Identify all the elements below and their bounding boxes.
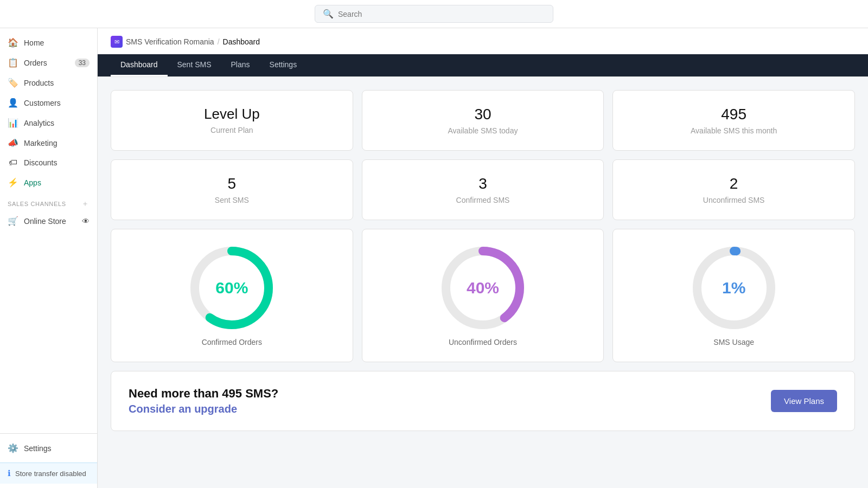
topbar: 🔍 <box>0 0 868 28</box>
main-content: ✉ SMS Verification Romania / Dashboard D… <box>98 28 868 488</box>
tab-settings[interactable]: Settings <box>260 54 307 76</box>
donut-wrap-sms-usage: 1% <box>691 245 777 331</box>
sidebar: 🏠 Home 📋 Orders 33 🏷️ Products 👤 Custome… <box>0 28 98 488</box>
sales-channels-section: SALES CHANNELS ＋ <box>0 192 97 211</box>
breadcrumb-current: Dashboard <box>223 37 260 46</box>
store-transfer-label: Store transfer disabled <box>15 470 86 478</box>
stat-card-sms-today: 30 Available SMS today <box>362 90 604 151</box>
upgrade-title: Need more than 495 SMS? <box>129 387 278 401</box>
settings-label: Settings <box>24 444 52 453</box>
orders-icon: 📋 <box>8 57 18 68</box>
app-tabs: DashboardSent SMSPlansSettings <box>98 54 868 76</box>
sidebar-label-marketing: Marketing <box>24 139 57 147</box>
breadcrumb-sep: / <box>218 37 220 46</box>
breadcrumb: ✉ SMS Verification Romania / Dashboard <box>111 36 855 48</box>
upgrade-banner: Need more than 495 SMS? Consider an upgr… <box>111 371 855 431</box>
chart-card-confirmed-orders: 60% Confirmed Orders <box>111 229 353 362</box>
chart-card-sms-usage: 1% SMS Usage <box>612 229 855 362</box>
donut-percent-sms-usage: 1% <box>722 279 745 297</box>
stat-label-plan: Current Plan <box>122 126 342 134</box>
apps-icon: ⚡ <box>8 177 18 188</box>
online-store-eye-icon[interactable]: 👁 <box>82 217 90 226</box>
sidebar-item-marketing[interactable]: 📣 Marketing <box>0 133 97 153</box>
online-store-label: Online Store <box>24 217 66 226</box>
stats-grid-top: Level Up Current Plan 30 Available SMS t… <box>111 90 855 151</box>
tab-plans[interactable]: Plans <box>221 54 260 76</box>
analytics-icon: 📊 <box>8 118 18 128</box>
donut-center-sms-usage: 1% <box>722 279 745 297</box>
donut-center-confirmed-orders: 60% <box>215 279 248 297</box>
sidebar-item-home[interactable]: 🏠 Home <box>0 33 97 53</box>
search-bar[interactable]: 🔍 <box>315 5 553 23</box>
charts-grid: 60% Confirmed Orders 40% Unconfirmed Ord… <box>111 229 855 362</box>
stats-grid-bottom: 5 Sent SMS 3 Confirmed SMS 2 Unconfirmed… <box>111 159 855 220</box>
search-input[interactable] <box>338 10 545 18</box>
stat-value-sent: 5 <box>122 175 342 192</box>
sidebar-label-home: Home <box>24 38 44 47</box>
info-icon: ℹ <box>8 468 11 478</box>
upgrade-subtitle: Consider an upgrade <box>129 403 278 415</box>
sidebar-label-customers: Customers <box>24 99 61 107</box>
store-transfer-bar: ℹ Store transfer disabled <box>0 463 97 484</box>
chart-card-unconfirmed-orders: 40% Unconfirmed Orders <box>362 229 604 362</box>
stat-value-unconfirmed: 2 <box>624 175 844 192</box>
stat-value-confirmed: 3 <box>373 175 593 192</box>
stat-label-unconfirmed: Unconfirmed SMS <box>624 196 844 204</box>
sidebar-item-orders[interactable]: 📋 Orders 33 <box>0 53 97 73</box>
products-icon: 🏷️ <box>8 78 18 88</box>
sales-channels-label: SALES CHANNELS <box>8 201 66 207</box>
online-store-icon: 🛒 <box>8 216 18 226</box>
sidebar-label-apps: Apps <box>24 178 41 187</box>
sidebar-item-products[interactable]: 🏷️ Products <box>0 73 97 93</box>
stat-card-plan: Level Up Current Plan <box>111 90 353 151</box>
sidebar-label-products: Products <box>24 79 54 87</box>
sidebar-label-discounts: Discounts <box>24 158 57 167</box>
settings-icon: ⚙️ <box>8 443 18 453</box>
customers-icon: 👤 <box>8 98 18 108</box>
stat-label-confirmed: Confirmed SMS <box>373 196 593 204</box>
sidebar-item-analytics[interactable]: 📊 Analytics <box>0 113 97 133</box>
stat-card-confirmed: 3 Confirmed SMS <box>362 159 604 220</box>
app-icon: ✉ <box>111 36 123 48</box>
stat-value-sms-month: 495 <box>624 106 844 123</box>
donut-wrap-unconfirmed-orders: 40% <box>439 245 526 331</box>
donut-center-unconfirmed-orders: 40% <box>467 279 499 297</box>
stat-label-sent: Sent SMS <box>122 196 342 204</box>
stat-card-sent: 5 Sent SMS <box>111 159 353 220</box>
donut-wrap-confirmed-orders: 60% <box>188 245 275 331</box>
upgrade-text: Need more than 495 SMS? Consider an upgr… <box>129 387 278 415</box>
home-icon: 🏠 <box>8 37 18 48</box>
badge-orders: 33 <box>75 59 90 67</box>
sidebar-item-apps[interactable]: ⚡ Apps <box>0 172 97 192</box>
stat-label-sms-today: Available SMS today <box>373 126 593 135</box>
stat-card-unconfirmed: 2 Unconfirmed SMS <box>612 159 855 220</box>
sidebar-label-orders: Orders <box>24 59 47 67</box>
tab-dashboard[interactable]: Dashboard <box>111 54 168 76</box>
stat-card-sms-month: 495 Available SMS this month <box>612 90 855 151</box>
dashboard-content: Level Up Current Plan 30 Available SMS t… <box>98 77 868 488</box>
discounts-icon: 🏷 <box>8 158 18 168</box>
breadcrumb-app-name: SMS Verification Romania <box>126 37 214 46</box>
search-icon: 🔍 <box>323 9 334 19</box>
donut-label-unconfirmed-orders: Unconfirmed Orders <box>449 338 517 346</box>
sidebar-label-analytics: Analytics <box>24 119 54 127</box>
donut-label-confirmed-orders: Confirmed Orders <box>202 338 262 346</box>
stat-value-sms-today: 30 <box>373 106 593 123</box>
donut-percent-confirmed-orders: 60% <box>215 279 248 297</box>
sidebar-item-customers[interactable]: 👤 Customers <box>0 93 97 113</box>
marketing-icon: 📣 <box>8 138 18 148</box>
app-header: ✉ SMS Verification Romania / Dashboard D… <box>98 28 868 77</box>
stat-value-plan: Level Up <box>122 106 342 123</box>
tab-sent-sms[interactable]: Sent SMS <box>168 54 221 76</box>
sidebar-item-discounts[interactable]: 🏷 Discounts <box>0 153 97 172</box>
donut-percent-unconfirmed-orders: 40% <box>467 279 499 297</box>
donut-label-sms-usage: SMS Usage <box>713 338 754 346</box>
stat-label-sms-month: Available SMS this month <box>624 126 844 135</box>
add-sales-channel-icon[interactable]: ＋ <box>81 199 90 209</box>
view-plans-button[interactable]: View Plans <box>771 390 837 412</box>
sidebar-item-online-store[interactable]: 🛒 Online Store 👁 <box>0 211 97 231</box>
sidebar-item-settings[interactable]: ⚙️ Settings <box>0 438 97 458</box>
